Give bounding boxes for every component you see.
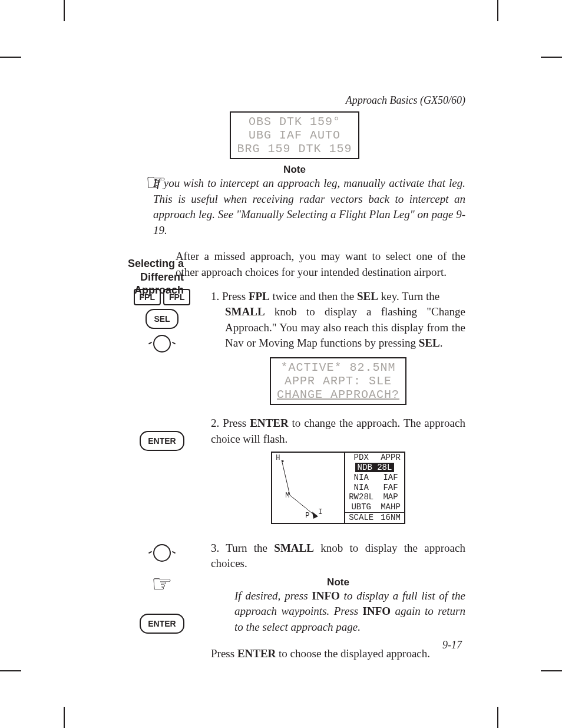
crop-mark bbox=[497, 707, 498, 728]
svg-line-0 bbox=[282, 460, 290, 495]
crop-mark bbox=[64, 707, 65, 728]
lcd-display-1: OBS DTK 159° UBG IAF AUTO BRG 159 DTK 15… bbox=[230, 111, 359, 159]
crop-mark bbox=[541, 670, 562, 671]
step-2: 2. Press ENTER to change the approach. T… bbox=[211, 416, 465, 447]
small-knob-icon bbox=[153, 335, 171, 353]
note-body-2: If desired, press INFO to display a full… bbox=[234, 588, 465, 635]
lcd-line: UBG IAF AUTO bbox=[237, 129, 352, 142]
final-step: Press ENTER to choose the displayed appr… bbox=[211, 646, 465, 662]
intro-paragraph: After a missed approach, you may want to… bbox=[176, 249, 465, 280]
svg-marker-2 bbox=[312, 512, 318, 519]
running-header: Approach Basics (GX50/60) bbox=[124, 94, 465, 107]
crop-mark bbox=[0, 670, 21, 671]
crop-mark bbox=[0, 57, 21, 58]
side-heading: Selecting a Different Approach bbox=[107, 257, 184, 297]
step-3: 3. Turn the SMALL knob to display the ap… bbox=[211, 541, 465, 572]
page: Approach Basics (GX50/60) OBS DTK 159° U… bbox=[0, 0, 562, 728]
small-knob-icon bbox=[153, 544, 171, 562]
step-1: 1. Press FPL twice and then the SEL key.… bbox=[211, 289, 465, 351]
map-display: H ▪ M P I PDXAPP bbox=[271, 452, 405, 524]
lcd-line: BRG 159 DTK 159 bbox=[237, 142, 352, 156]
lcd-line: CHANGE APPROACH? bbox=[277, 388, 399, 401]
crop-mark bbox=[541, 57, 562, 58]
lcd-line: APPR ARPT: SLE bbox=[277, 374, 399, 388]
lcd-line: *ACTIVE* 82.5NM bbox=[277, 361, 399, 374]
enter-key-icon: ENTER bbox=[140, 614, 184, 634]
crop-mark bbox=[497, 0, 498, 21]
map-plot-icon bbox=[272, 453, 337, 522]
pointing-hand-icon: ☞ bbox=[124, 572, 200, 596]
svg-line-1 bbox=[290, 495, 315, 515]
pointing-hand-icon: ☞ bbox=[146, 169, 167, 196]
enter-key-icon: ENTER bbox=[140, 431, 184, 451]
lcd-line: OBS DTK 159° bbox=[237, 115, 352, 129]
note-body-1: If you wish to intercept an approach leg… bbox=[153, 176, 465, 238]
key-illustration-col: FPL FPL SEL bbox=[124, 289, 200, 416]
key-illustration-col: ☞ ENTER bbox=[124, 541, 200, 667]
lcd-display-2: *ACTIVE* 82.5NM APPR ARPT: SLE CHANGE AP… bbox=[270, 357, 406, 405]
sel-key-icon: SEL bbox=[146, 309, 178, 329]
crop-mark bbox=[64, 0, 65, 21]
margin-icon: ☞ bbox=[124, 171, 189, 195]
key-illustration-col: ENTER bbox=[124, 416, 200, 541]
page-number: 9-17 bbox=[442, 639, 462, 651]
note-heading: Note bbox=[211, 577, 465, 588]
